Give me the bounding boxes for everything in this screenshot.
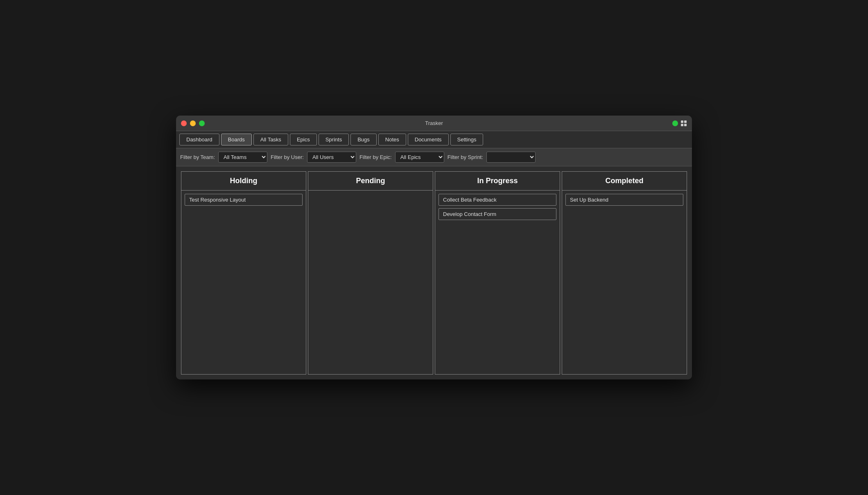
- column-holding-body: Test Responsive Layout: [181, 191, 306, 374]
- filter-epic-label: Filter by Epic:: [359, 154, 392, 160]
- svg-rect-3: [684, 124, 687, 126]
- nav-boards[interactable]: Boards: [221, 134, 252, 145]
- nav-dashboard[interactable]: Dashboard: [179, 134, 219, 145]
- nav-all-tasks[interactable]: All Tasks: [253, 134, 288, 145]
- column-holding: Holding Test Responsive Layout: [181, 171, 306, 375]
- window-title: Trasker: [425, 120, 443, 126]
- nav-documents[interactable]: Documents: [408, 134, 449, 145]
- column-completed-body: Set Up Backend: [562, 191, 687, 374]
- column-in-progress-body: Collect Beta Feedback Develop Contact Fo…: [435, 191, 560, 374]
- minimize-button[interactable]: [190, 120, 196, 126]
- filter-user-select[interactable]: All Users: [307, 152, 356, 163]
- task-card[interactable]: Collect Beta Feedback: [439, 194, 556, 206]
- task-card[interactable]: Develop Contact Form: [439, 208, 556, 220]
- column-pending-header: Pending: [308, 172, 433, 191]
- window-controls: [181, 120, 205, 126]
- filter-user-label: Filter by User:: [271, 154, 304, 160]
- filter-bar: Filter by Team: All Teams Filter by User…: [176, 148, 692, 166]
- svg-rect-2: [681, 124, 683, 126]
- title-bar-right: [672, 120, 687, 127]
- task-card[interactable]: Set Up Backend: [565, 194, 683, 206]
- filter-team-label: Filter by Team:: [180, 154, 215, 160]
- status-indicator: [672, 120, 678, 126]
- app-window: Trasker Dashboard Boards All Tasks Epics…: [176, 116, 692, 379]
- board-area: Holding Test Responsive Layout Pending I…: [176, 166, 692, 379]
- column-in-progress-header: In Progress: [435, 172, 560, 191]
- nav-settings[interactable]: Settings: [450, 134, 484, 145]
- filter-sprint-select[interactable]: [486, 152, 536, 163]
- column-pending: Pending: [308, 171, 433, 375]
- close-button[interactable]: [181, 120, 187, 126]
- filter-epic-select[interactable]: All Epics: [395, 152, 444, 163]
- filter-sprint-label: Filter by Sprint:: [448, 154, 483, 160]
- column-completed: Completed Set Up Backend: [562, 171, 687, 375]
- filter-team-select[interactable]: All Teams: [218, 152, 267, 163]
- maximize-button[interactable]: [199, 120, 205, 126]
- nav-epics[interactable]: Epics: [290, 134, 317, 145]
- nav-sprints[interactable]: Sprints: [319, 134, 349, 145]
- column-in-progress: In Progress Collect Beta Feedback Develo…: [435, 171, 560, 375]
- nav-notes[interactable]: Notes: [378, 134, 406, 145]
- svg-rect-1: [684, 120, 687, 123]
- nav-bar: Dashboard Boards All Tasks Epics Sprints…: [176, 131, 692, 148]
- task-card[interactable]: Test Responsive Layout: [185, 194, 303, 206]
- column-holding-header: Holding: [181, 172, 306, 191]
- title-bar: Trasker: [176, 116, 692, 131]
- grid-icon: [680, 120, 687, 127]
- column-completed-header: Completed: [562, 172, 687, 191]
- svg-rect-0: [681, 120, 683, 123]
- nav-bugs[interactable]: Bugs: [350, 134, 377, 145]
- column-pending-body: [308, 191, 433, 374]
